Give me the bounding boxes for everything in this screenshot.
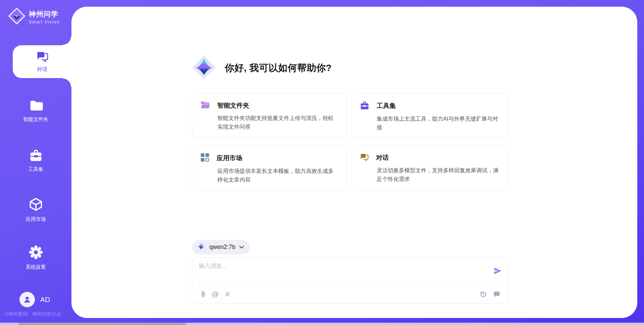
model-logo-icon bbox=[197, 242, 206, 252]
card-chat[interactable]: 对话 灵活切换多模型文件，支持多样回复效果调试，满足个性化需求 bbox=[351, 145, 508, 190]
tab-fillet-top bbox=[63, 37, 71, 45]
chevron-down-icon bbox=[239, 244, 244, 250]
attachment-icon[interactable] bbox=[199, 290, 208, 299]
cube-icon bbox=[29, 197, 43, 213]
main-panel: 你好, 我可以如何帮助你? 智能文件夹 智能文件夹功能支持批量文件上 bbox=[71, 7, 637, 318]
send-button[interactable] bbox=[492, 266, 502, 276]
folder-icon bbox=[29, 99, 43, 113]
open-folder-icon bbox=[200, 101, 210, 111]
user-initials: AD bbox=[40, 296, 50, 304]
greeting-block: 你好, 我可以如何帮助你? bbox=[192, 55, 332, 81]
sidebar-item-label: 工具集 bbox=[28, 166, 43, 173]
sidebar-item-settings[interactable]: 系统设置 bbox=[0, 245, 71, 270]
toolbox-icon bbox=[29, 148, 43, 163]
model-selector[interactable]: qwen2:7b bbox=[192, 240, 250, 254]
sidebar-item-toolbox[interactable]: 工具集 bbox=[0, 148, 71, 173]
chat-bubbles-icon bbox=[360, 153, 369, 163]
sidebar-item-app-market[interactable]: 应用市场 bbox=[0, 197, 71, 222]
sidebar-item-label: 智能文件夹 bbox=[23, 116, 48, 123]
message-composer: @ # bbox=[192, 257, 508, 304]
model-name: qwen2:7b bbox=[209, 244, 235, 251]
card-description: 灵活切换多模型文件，支持多样回复效果调试，满足个性化需求 bbox=[377, 166, 500, 183]
sidebar-item-smart-folder[interactable]: 智能文件夹 bbox=[0, 99, 71, 123]
mention-icon[interactable]: @ bbox=[211, 290, 220, 299]
sidebar-item-label: 对话 bbox=[37, 66, 48, 73]
gear-icon bbox=[29, 245, 43, 261]
card-description: 集成市场上主流工具，助力AI与外界无缝扩展与对接 bbox=[377, 115, 500, 132]
sidebar-item-label: 系统设置 bbox=[26, 264, 46, 270]
chat-icon bbox=[36, 51, 49, 64]
card-description: 应用市场提供丰富长文本模板，助力高效生成多样化文章内容 bbox=[217, 167, 339, 184]
sidebar-item-label: 应用市场 bbox=[26, 216, 46, 222]
user-avatar-icon bbox=[19, 292, 35, 307]
card-app-market[interactable]: 应用市场 应用市场提供丰富长文本模板，助力高效生成多样化文章内容 bbox=[192, 145, 347, 190]
briefcase-icon bbox=[360, 101, 370, 111]
card-description: 智能文件夹功能支持批量文件上传与清洗，轻松实现文件问答 bbox=[217, 114, 339, 131]
card-title: 对话 bbox=[376, 153, 389, 162]
assistant-logo-icon bbox=[192, 55, 216, 81]
brand-diamond-icon bbox=[8, 7, 25, 26]
history-icon[interactable] bbox=[479, 290, 488, 299]
brand-logo: 神州问学 Smart Vision bbox=[8, 7, 60, 26]
card-title: 工具集 bbox=[377, 102, 396, 110]
feature-cards: 智能文件夹 智能文件夹功能支持批量文件上传与清洗，轻松实现文件问答 bbox=[192, 93, 508, 190]
topic-icon[interactable]: # bbox=[223, 290, 232, 299]
sidebar-item-chat[interactable]: 对话 bbox=[13, 45, 72, 78]
message-input[interactable] bbox=[199, 262, 487, 282]
user-account[interactable]: AD bbox=[19, 292, 50, 307]
horizontal-scrollbar bbox=[0, 323, 644, 325]
card-title: 应用市场 bbox=[217, 154, 242, 162]
brand-name: 神州问学 bbox=[29, 9, 60, 19]
horizontal-scrollbar-thumb[interactable] bbox=[18, 323, 186, 325]
card-toolbox[interactable]: 工具集 集成市场上主流工具，助力AI与外界无缝扩展与对接 bbox=[351, 93, 508, 138]
app-grid-icon bbox=[200, 153, 210, 164]
quick-phrases-icon[interactable] bbox=[492, 290, 501, 299]
app-window: 神州问学 Smart Vision 对话 智能文件夹 bbox=[0, 0, 644, 325]
card-smart-folder[interactable]: 智能文件夹 智能文件夹功能支持批量文件上传与清洗，轻松实现文件问答 bbox=[192, 93, 347, 138]
greeting-title: 你好, 我可以如何帮助你? bbox=[225, 62, 332, 74]
tab-fillet-bottom bbox=[63, 78, 71, 87]
card-title: 智能文件夹 bbox=[217, 101, 249, 110]
copyright-text: ©神州数码 · 神州问学出品 bbox=[5, 311, 61, 317]
brand-subtitle: Smart Vision bbox=[29, 20, 60, 24]
